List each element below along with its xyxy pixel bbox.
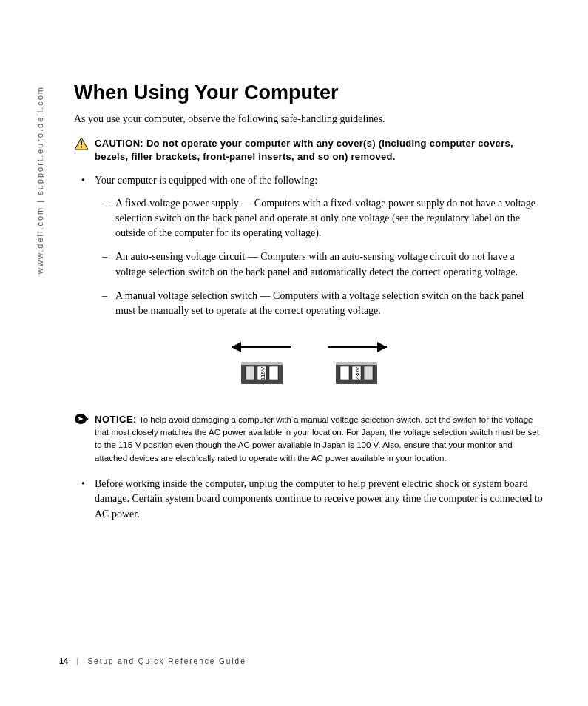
caution-body: Do not operate your computer with any co… [95, 138, 513, 163]
svg-marker-4 [232, 342, 241, 352]
switch-label-115v: 115V [260, 366, 266, 380]
svg-rect-2 [81, 146, 82, 147]
svg-rect-13 [336, 362, 377, 365]
notice-icon [74, 413, 89, 428]
page-heading: When Using Your Computer [74, 81, 544, 104]
footer-title: Setup and Quick Reference Guide [87, 657, 246, 665]
notice-text: NOTICE: To help avoid damaging a compute… [95, 412, 544, 465]
dash-fixed-voltage: A fixed-voltage power supply — Computers… [95, 196, 544, 241]
switch-label-230v: 230V [354, 366, 361, 380]
svg-rect-1 [81, 141, 82, 145]
bullet-equipped-text: Your computer is equipped with one of th… [95, 175, 317, 186]
notice-label: NOTICE: [95, 414, 137, 425]
svg-rect-11 [269, 366, 278, 380]
page-footer: 14 | Setup and Quick Reference Guide [59, 656, 246, 665]
page-number: 14 [59, 656, 68, 665]
voltage-switch-figure: 115V 230V [74, 332, 544, 394]
notice-body: To help avoid damaging a computer with a… [95, 415, 539, 463]
svg-rect-14 [340, 366, 349, 380]
caution-label: CAUTION: [95, 138, 143, 149]
notice-callout: NOTICE: To help avoid damaging a compute… [74, 412, 544, 465]
sidebar-url-text: www.dell.com | support.euro.dell.com [36, 86, 44, 274]
caution-callout: CAUTION: Do not operate your computer wi… [74, 137, 544, 165]
caution-icon [74, 137, 89, 153]
intro-paragraph: As you use your computer, observe the fo… [74, 112, 544, 127]
dash-manual-switch: A manual voltage selection switch — Comp… [95, 289, 544, 319]
bullet-unplug: Before working inside the computer, unpl… [74, 477, 544, 522]
svg-rect-16 [364, 366, 373, 380]
caution-text: CAUTION: Do not operate your computer wi… [95, 137, 544, 165]
footer-divider: | [76, 657, 80, 665]
bullet-equipped: Your computer is equipped with one of th… [74, 173, 544, 318]
dash-auto-sensing: An auto-sensing voltage circuit — Comput… [95, 249, 544, 280]
svg-rect-8 [241, 362, 283, 365]
page-content: When Using Your Computer As you use your… [74, 81, 544, 531]
svg-rect-9 [246, 366, 254, 380]
svg-marker-6 [377, 342, 387, 352]
svg-marker-18 [84, 416, 89, 422]
